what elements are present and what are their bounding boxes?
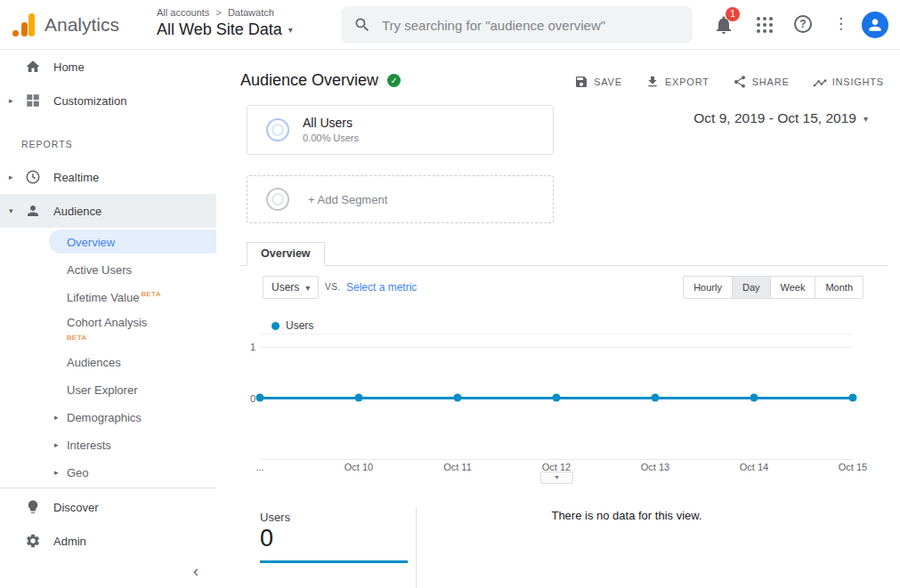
sidebar-item-label: Cohort Analysis (67, 316, 147, 329)
reports-section-label: REPORTS (0, 117, 216, 160)
series-dot[interactable] (849, 394, 857, 402)
customization-icon (25, 93, 41, 109)
verified-check-icon: ✓ (387, 74, 401, 87)
sidebar-item-home[interactable]: Home (0, 50, 216, 84)
sidebar-item-audience[interactable]: ▾ Audience (0, 194, 216, 228)
segment-title: All Users (303, 116, 359, 130)
segment-all-users[interactable]: All Users 0.00% Users (247, 105, 554, 155)
empty-state-message: There is no data for this view. (425, 509, 829, 522)
metric-dropdown[interactable]: Users ▾ (263, 276, 319, 299)
series-dot[interactable] (652, 394, 660, 402)
export-button[interactable]: EXPORT (645, 75, 709, 89)
sidebar-item-overview[interactable]: Overview (0, 228, 216, 255)
date-range-picker[interactable]: Oct 9, 2019 - Oct 15, 2019 ▾ (693, 110, 868, 126)
analytics-logo-icon[interactable] (12, 13, 36, 36)
insights-button[interactable]: INSIGHTS (813, 75, 884, 89)
series-dot[interactable] (553, 394, 561, 402)
x-tick-label: Oct 15 (839, 462, 867, 472)
timeline-scrubber-handle[interactable]: ▾ (540, 471, 573, 484)
clock-icon (25, 169, 41, 185)
summary-sparkline (260, 560, 408, 563)
add-segment-button[interactable]: + Add Segment (247, 175, 554, 223)
summary-metric-label: Users (260, 511, 290, 524)
collapse-arrow-icon[interactable]: ▾ (9, 206, 13, 215)
kebab-menu-icon[interactable]: ⋮ (833, 14, 846, 33)
property-selector[interactable]: All Web Site Data ▾ (157, 20, 293, 39)
tab-overview[interactable]: Overview (247, 242, 325, 266)
brand-title[interactable]: Analytics (45, 0, 119, 50)
sidebar-item-label: Discover (53, 501, 99, 514)
vs-label: VS. (325, 282, 341, 292)
sidebar-item-label: Customization (53, 94, 126, 108)
logo-bar-mid (21, 22, 28, 36)
x-tick-label: Oct 14 (740, 462, 768, 472)
user-avatar[interactable] (862, 12, 888, 38)
date-range-text: Oct 9, 2019 - Oct 15, 2019 (693, 110, 856, 126)
home-icon (25, 59, 41, 75)
expand-arrow-icon[interactable]: ▸ (9, 173, 13, 181)
series-dot[interactable] (750, 394, 758, 402)
sidebar-item-geo[interactable]: ▸ Geo (0, 458, 216, 486)
sidebar-item-lifetime-value[interactable]: Lifetime ValueBETA (0, 283, 216, 310)
sidebar-item-label: Overview (67, 235, 115, 248)
y-tick-label: 1 (250, 342, 255, 352)
sidebar-item-user-explorer[interactable]: User Explorer (0, 375, 216, 403)
sidebar-item-customization[interactable]: ▸ Customization (0, 84, 216, 117)
share-icon (733, 75, 747, 89)
sidebar-collapse-button[interactable]: ‹ (186, 559, 206, 584)
page-title-text: Audience Overview (240, 71, 378, 90)
apps-grid-icon[interactable] (754, 14, 775, 36)
sidebar-item-audiences[interactable]: Audiences (0, 348, 216, 375)
sidebar-item-label: Geo (67, 465, 89, 479)
summary-metric-value: 0 (260, 525, 273, 552)
series-dot[interactable] (355, 394, 363, 402)
expand-arrow-icon[interactable]: ▸ (54, 440, 59, 449)
expand-arrow-icon[interactable]: ▸ (54, 468, 59, 477)
segment-lens-icon (266, 118, 289, 141)
sidebar-item-cohort-analysis[interactable]: Cohort Analysis BETA (0, 310, 216, 348)
global-search[interactable] (341, 6, 693, 44)
sidebar-item-discover[interactable]: Discover (0, 490, 216, 524)
export-icon (645, 75, 660, 89)
sidebar-item-label: Audience (53, 205, 101, 218)
granularity-hourly[interactable]: Hourly (684, 277, 732, 298)
sidebar-item-label: Active Users (67, 262, 132, 276)
share-button[interactable]: SHARE (733, 75, 790, 89)
metric-dropdown-label: Users (272, 281, 299, 294)
chevron-down-icon: ▾ (288, 25, 293, 35)
search-input[interactable] (382, 18, 680, 33)
chart-plot[interactable] (260, 334, 853, 460)
breadcrumb[interactable]: All accounts > Datawatch (157, 7, 293, 18)
granularity-week[interactable]: Week (770, 277, 815, 298)
breadcrumb-all-accounts[interactable]: All accounts (157, 7, 209, 18)
granularity-month[interactable]: Month (815, 277, 863, 298)
series-dot[interactable] (256, 394, 264, 402)
x-tick-label: Oct 11 (443, 462, 472, 472)
sidebar-item-demographics[interactable]: ▸ Demographics (0, 403, 216, 431)
sidebar-item-label: Home (53, 60, 85, 74)
save-button[interactable]: SAVE (574, 75, 622, 89)
sidebar-item-label: Interests (67, 438, 111, 451)
notification-badge: 1 (726, 7, 740, 21)
x-tick-label: ... (255, 462, 264, 472)
granularity-switcher: Hourly Day Week Month (683, 276, 864, 299)
sidebar-item-interests[interactable]: ▸ Interests (0, 431, 216, 458)
x-tick-label: Oct 13 (641, 462, 669, 472)
beta-badge: BETA (67, 334, 86, 342)
top-bar: Analytics All accounts > Datawatch All W… (0, 0, 900, 50)
granularity-day[interactable]: Day (732, 277, 770, 298)
person-icon (25, 203, 41, 219)
sidebar-item-realtime[interactable]: ▸ Realtime (0, 160, 216, 194)
expand-arrow-icon[interactable]: ▸ (9, 96, 13, 105)
legend-label: Users (286, 319, 313, 332)
action-label: EXPORT (665, 77, 709, 87)
y-axis: 10 (234, 334, 255, 460)
series-dot[interactable] (454, 394, 462, 402)
sidebar-item-active-users[interactable]: Active Users (0, 255, 216, 283)
expand-arrow-icon[interactable]: ▸ (54, 413, 59, 422)
breadcrumb-account[interactable]: Datawatch (228, 7, 274, 18)
sidebar-item-admin[interactable]: Admin (0, 524, 216, 558)
help-icon[interactable]: ? (794, 15, 812, 33)
tab-divider (240, 265, 888, 266)
select-metric-link[interactable]: Select a metric (346, 281, 417, 294)
